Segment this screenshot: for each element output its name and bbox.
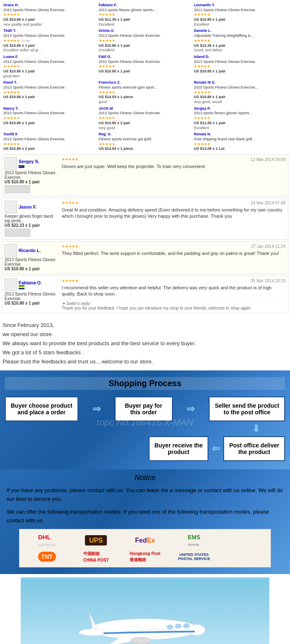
price: US $10.80 x 1 pair [194,69,226,73]
product-name: 2013 Sports Fitness Gloves Exercise. [3,34,65,38]
process-flow-container: Buyer choose productand place a order ⇒ … [5,396,285,461]
review-item: Renato III G. 2010 Sports Fitness Gloves… [193,80,288,105]
price: US $10.80 x 1 pair [194,95,226,99]
seller-reply: ✦ Seller's reply: Thank you for your fee… [62,299,285,310]
reviewer-avatar [5,279,17,291]
featured-review: Jason F. Keeper gloves finger band top p… [2,198,288,240]
usps-logo: UNITED STATESPOSTAL SERVICE [178,553,210,561]
step-label: Seller send the productto the post offic… [215,402,279,416]
arrow-right-1: ⇒ [92,403,101,415]
rating-stars: ★★★★★ [3,142,20,146]
product-name: 2013 Sports Fitness Gloves Exercise. [3,8,65,12]
comment: good [99,100,107,104]
rating-stars: ★★★★★ [99,38,115,43]
country-flag [19,285,24,289]
review-count: 13 mo [21,39,30,43]
price: US $10.80 x 1 pair [3,95,35,99]
comment: Excellent! [99,48,115,52]
review-item: Island D. 2013 Sports Fitness Gloves Exe… [193,54,288,79]
price: US $10.80 x 2 pair [99,121,130,125]
review-item: Fabiano F. 2013 sports fitness gloves sp… [98,2,192,27]
process-row-2: Buyer receive theproduct ⇐ Post office d… [5,436,285,461]
review-left-panel: Ricardo L. 2013 Sports Fitness Gloves Ex… [5,244,58,271]
product-thumb [22,228,30,237]
featured-review: Fabiana O. 2013 Sports Fitness Gloves Ex… [2,276,288,313]
rating-stars: ★★★★★ [194,38,210,43]
rating-stars: ★★★★★ [62,244,78,248]
product-name: 2013 Sports Fitness Gloves Exercise. [194,60,256,64]
review-right-panel: ★★★★★ 12 Mar 2014 20:09 Gloves are just … [62,157,285,193]
svg-point-6 [79,629,108,636]
reviewer-name: Daniele L. [194,29,212,33]
price: US $10.80 x 1 pair [3,121,35,125]
review-item: Pavel T. 2013 Sports Fitness Gloves Exer… [2,80,97,105]
reviewer-name: Fabiano F. [99,3,117,7]
reviewer-name: Fabiana O. [19,280,42,285]
shopping-process-section: Shopping Process Buyer choose productand… [0,370,290,469]
product-thumb [13,185,22,193]
price: US $10.80 x 1 pair [99,43,130,48]
step-label: Buyer receive theproduct [155,442,203,455]
reviewer-flag [19,164,39,168]
comment: very good, excell [194,100,222,104]
price: US $10.80 x 1 pair [99,69,130,73]
product-name: 2013 Sports Fitness Gloves Exercise. [3,85,65,89]
rating-stars: ★★★★★ [3,38,20,43]
product-name: 2013 Sports Fitness Gloves Exercise. [3,137,65,141]
reviewer-name: Renata N. [194,132,211,136]
rating-stars: ★★★★★ [194,12,210,17]
price: US $11.55 x 1 pair [194,121,226,125]
price: US $10.80 x 1 pair [5,267,58,271]
hk-post-logo: Hongkong Post香港郵政 [130,550,160,563]
product-name: 2010 Sports Fitness Gloves Exercise. [99,60,161,64]
review-left-panel: Fabiana O. 2013 Sports Fitness Gloves Ex… [5,279,58,310]
intro-paragraph: Since February 2013, we opened our store… [2,321,288,366]
ems-logo: EMSПОЧТА [188,534,200,547]
rating-stars: ★★★★★ [194,116,210,120]
comment: Excellent! [99,22,115,26]
reviewer-avatar [5,157,17,170]
reviewer-avatar [5,201,17,213]
rating-stars: ★★★★★ [99,90,115,94]
rating-stars: ★★★★★ [194,64,210,68]
comment: nice quality and quality! [3,22,42,26]
comment: Good, and delive [194,48,222,52]
review-right-panel: ★★★★★ 24 Mar 2014 07:48 Great fit and co… [62,201,285,237]
svg-point-4 [188,625,205,635]
price: US $13.08 x 1 Lot [194,147,225,151]
product-thumb [5,185,13,193]
review-date: 05 Mar 2014 20:15 [251,279,285,283]
review-comment: They fitted perfect. The wrist support i… [62,250,285,257]
reviewer-name: Ricardo L. [19,248,41,253]
reviewer-name: Yuvil9 9 [3,132,17,136]
reviewer-name: Leonardo T. [194,3,215,7]
step-label: Buyer choose productand place a order [11,402,72,416]
comment: Excellent [194,126,209,130]
review-item: Daniele L. Adjustable Training Weightlif… [193,28,288,53]
review-date: 24 Mar 2014 07:48 [251,201,285,205]
process-row-1: Buyer choose productand place a order ⇒ … [5,396,285,421]
product-name: 2013 Sports Fitness Gloves Exercise. [5,292,58,301]
product-name: Free shipping brand new blank golf... [194,137,255,141]
rating-stars: ★★★★★ [62,201,78,205]
price: US $10.80 x 1 pair [5,180,58,184]
review-item: Tháh T. 2013 Sports Fitness Gloves Exerc… [2,28,97,53]
price: US $10.80 x 1 pair [5,301,58,305]
product-name: Keeper gloves finger band top profe... [5,214,58,223]
review-item: Leonardo T. 2013 Sports Fitness Gloves E… [193,2,288,27]
process-step-4: Post office deliverthe product [223,436,285,461]
dhl-logo: DHLEXPRESS [38,533,56,548]
airplane-section [21,577,269,644]
review-date: 12 Mar 2014 20:09 [251,157,285,162]
rating-stars: ★★★★★ [194,142,210,146]
review-item: Francisco Z. Fitness sports exercise gym… [98,80,192,105]
svg-point-9 [167,625,173,630]
review-item: Renata N. Free shipping brand new blank … [193,132,288,152]
review-item: Grace H. 2013 Sports Fitness Gloves Exer… [2,2,97,27]
notice-section: Notice If you have any problems, please … [0,469,290,574]
reviewer-name: Francisco Z. [99,80,121,84]
product-name: 2013 Sports Fitness Gloves Exercise. [99,111,161,115]
process-step-1: Buyer choose productand place a order [5,396,78,421]
review-comment: I recommend this seller very attentive a… [62,285,285,298]
reviewer-name: Renato III G. [194,80,216,84]
